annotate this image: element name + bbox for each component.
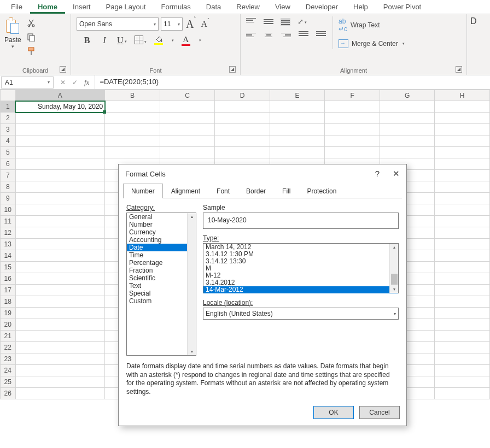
select-all-cell[interactable] bbox=[1, 90, 16, 101]
cell[interactable] bbox=[15, 204, 105, 216]
cell[interactable] bbox=[15, 124, 105, 135]
tab-insert[interactable]: Insert bbox=[65, 1, 98, 13]
cell[interactable] bbox=[15, 239, 105, 250]
cell[interactable] bbox=[105, 147, 160, 158]
fill-color-button[interactable] bbox=[154, 36, 163, 45]
paste-button[interactable]: Paste ▾ bbox=[3, 16, 25, 49]
bold-button[interactable]: B bbox=[82, 36, 92, 45]
category-item[interactable]: Text bbox=[127, 282, 196, 290]
cell[interactable] bbox=[15, 262, 105, 273]
copy-icon[interactable] bbox=[27, 33, 36, 42]
row-header[interactable]: 23 bbox=[1, 353, 16, 365]
row-header[interactable]: 11 bbox=[1, 216, 16, 227]
chevron-down-icon[interactable]: ▾ bbox=[125, 39, 127, 43]
row-header[interactable]: 7 bbox=[1, 170, 16, 181]
merge-center-button[interactable]: Merge & Center ▾ bbox=[339, 39, 405, 48]
cell[interactable] bbox=[435, 227, 490, 239]
tab-view[interactable]: View bbox=[267, 1, 298, 13]
row-header[interactable]: 24 bbox=[1, 365, 16, 376]
cell[interactable] bbox=[435, 113, 490, 124]
row-header[interactable]: 2 bbox=[1, 113, 16, 124]
category-item[interactable]: Number bbox=[127, 221, 196, 228]
name-box[interactable]: A1▾ bbox=[1, 76, 54, 89]
cell[interactable] bbox=[435, 308, 490, 319]
decrease-indent-icon[interactable] bbox=[299, 31, 308, 39]
font-size-select[interactable]: 11▾ bbox=[161, 17, 183, 31]
close-icon[interactable]: ✕ bbox=[393, 169, 400, 179]
row-header[interactable]: 10 bbox=[1, 204, 16, 216]
increase-indent-icon[interactable] bbox=[316, 31, 326, 39]
row-header[interactable]: 9 bbox=[1, 193, 16, 204]
cell[interactable] bbox=[325, 113, 380, 124]
cell[interactable] bbox=[270, 101, 325, 113]
cancel-button[interactable]: Cancel bbox=[359, 406, 400, 419]
cell[interactable] bbox=[15, 135, 105, 147]
font-name-select[interactable]: Open Sans▾ bbox=[77, 17, 159, 31]
tab-page-layout[interactable]: Page Layout bbox=[98, 1, 154, 13]
align-right-icon[interactable] bbox=[281, 31, 291, 39]
cell[interactable] bbox=[380, 135, 435, 147]
column-header[interactable]: G bbox=[380, 90, 435, 101]
type-item[interactable]: 14-Mar-2012 bbox=[203, 286, 398, 293]
tab-help[interactable]: Help bbox=[346, 1, 376, 13]
cell[interactable] bbox=[435, 101, 490, 113]
cell[interactable] bbox=[380, 113, 435, 124]
cell[interactable] bbox=[435, 262, 490, 273]
column-header[interactable]: D bbox=[215, 90, 270, 101]
cell[interactable] bbox=[270, 124, 325, 135]
cell[interactable] bbox=[160, 113, 215, 124]
tab-power-pivot[interactable]: Power Pivot bbox=[376, 1, 429, 13]
cell[interactable] bbox=[435, 181, 490, 193]
tab-home[interactable]: Home bbox=[30, 1, 65, 14]
cell[interactable] bbox=[435, 331, 490, 342]
cell[interactable] bbox=[270, 135, 325, 147]
cell[interactable] bbox=[380, 124, 435, 135]
column-header[interactable]: B bbox=[105, 90, 160, 101]
cell[interactable] bbox=[15, 181, 105, 193]
cell[interactable] bbox=[15, 342, 105, 353]
ok-button[interactable]: OK bbox=[313, 406, 354, 419]
increase-font-icon[interactable]: A˄ bbox=[185, 18, 197, 31]
category-item[interactable]: Time bbox=[127, 251, 196, 259]
cell[interactable] bbox=[435, 250, 490, 262]
cell[interactable] bbox=[270, 113, 325, 124]
align-center-icon[interactable] bbox=[264, 31, 273, 39]
cell[interactable] bbox=[15, 285, 105, 296]
category-item[interactable]: General bbox=[127, 213, 196, 221]
help-button[interactable]: ? bbox=[375, 169, 380, 179]
chevron-down-icon[interactable]: ▾ bbox=[172, 38, 174, 43]
row-header[interactable]: 1 bbox=[1, 101, 16, 113]
cell[interactable] bbox=[435, 353, 490, 365]
cell[interactable] bbox=[105, 101, 160, 113]
dialog-tab-fill[interactable]: Fill bbox=[274, 184, 299, 198]
cell[interactable] bbox=[15, 193, 105, 204]
align-middle-icon[interactable] bbox=[264, 18, 273, 26]
scrollbar[interactable]: ▴▾ bbox=[389, 244, 398, 293]
cell[interactable] bbox=[215, 147, 270, 158]
cell[interactable] bbox=[435, 365, 490, 376]
cell[interactable] bbox=[435, 296, 490, 308]
cell[interactable] bbox=[160, 135, 215, 147]
tab-review[interactable]: Review bbox=[229, 1, 267, 13]
decrease-font-icon[interactable]: A˅ bbox=[200, 19, 211, 29]
cell[interactable] bbox=[325, 147, 380, 158]
row-header[interactable]: 13 bbox=[1, 239, 16, 250]
row-header[interactable]: 18 bbox=[1, 296, 16, 308]
cell[interactable] bbox=[435, 158, 490, 170]
column-header[interactable]: H bbox=[435, 90, 490, 101]
type-list[interactable]: March 14, 20123.14.12 1:30 PM3.14.12 13:… bbox=[203, 243, 399, 293]
tab-developer[interactable]: Developer bbox=[298, 1, 346, 13]
cell[interactable] bbox=[160, 101, 215, 113]
row-header[interactable]: 26 bbox=[1, 388, 16, 399]
underline-button[interactable]: U bbox=[117, 36, 124, 45]
cell[interactable] bbox=[160, 147, 215, 158]
cell[interactable] bbox=[15, 216, 105, 227]
cell[interactable] bbox=[15, 273, 105, 285]
tab-file[interactable]: File bbox=[3, 1, 30, 13]
type-item[interactable]: 3.14.12 13:30 bbox=[203, 258, 398, 265]
chevron-down-icon[interactable]: ▾ bbox=[11, 44, 14, 49]
insert-function-icon[interactable]: fx bbox=[84, 78, 89, 87]
cell[interactable] bbox=[435, 193, 490, 204]
cell[interactable] bbox=[325, 124, 380, 135]
column-header[interactable]: E bbox=[270, 90, 325, 101]
